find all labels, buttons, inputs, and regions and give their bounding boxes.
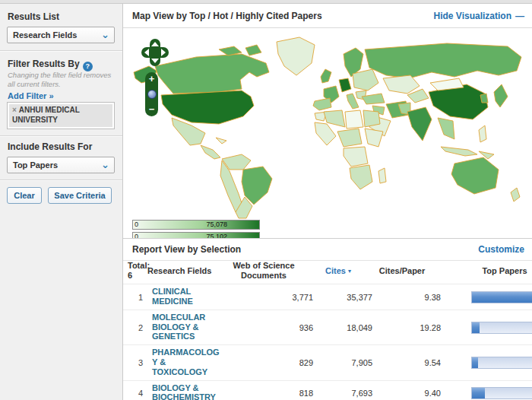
filter-tag[interactable]: ×ANHUI MEDICAL UNIVERSITY (9, 104, 112, 127)
zoom-out-button[interactable]: − (149, 105, 155, 114)
pan-down-icon[interactable] (151, 59, 159, 63)
save-criteria-button[interactable]: Save Criteria (48, 187, 112, 204)
top-papers-bar: 2 (471, 357, 532, 369)
region-canada[interactable] (155, 54, 269, 94)
include-results-label: Include Results For (8, 141, 92, 152)
total-count: Total: 6 (123, 261, 143, 281)
region-east-africa[interactable] (365, 129, 383, 147)
filter-tag-list: ×ANHUI MEDICAL UNIVERSITY (7, 102, 115, 129)
zoom-in-button[interactable]: + (149, 75, 155, 84)
row-top-papers-cell: 25 (441, 291, 532, 303)
row-cites-per-paper: 9.54 (372, 358, 441, 367)
remove-filter-icon[interactable]: × (12, 106, 17, 114)
include-results-dropdown[interactable]: Top Papers ⌄ (7, 157, 115, 173)
hide-visualization-link[interactable]: Hide Visualization— (434, 11, 524, 21)
row-field-cell: BIOLOGY & BIOCHEMISTRY (147, 383, 223, 400)
sidebar-divider (0, 135, 122, 137)
region-arctic-islands[interactable] (245, 45, 261, 56)
region-new-zealand[interactable] (511, 188, 520, 202)
results-list-dropdown[interactable]: Research Fields ⌄ (7, 27, 115, 43)
research-field-link[interactable]: CLINICAL MEDICINE (152, 287, 222, 306)
region-central-america[interactable] (201, 145, 220, 159)
table-row: 1 CLINICAL MEDICINE 3,771 35,377 9.38 25 (123, 284, 532, 310)
report-view-title: Report View by Selection (132, 244, 241, 255)
filter-note: Changing the filter field removes all cu… (8, 71, 116, 89)
row-top-papers-cell: 5 (441, 387, 532, 399)
world-map[interactable] (128, 33, 529, 220)
row-field-cell: MOLECULAR BIOLOGY & GENETICS (147, 313, 223, 342)
row-rank: 2 (123, 323, 147, 332)
map-pan-control[interactable] (141, 39, 169, 66)
region-indonesia[interactable] (441, 147, 477, 156)
map-view-header: Map View by Top / Hot / Highly Cited Pap… (123, 6, 532, 26)
region-australia[interactable] (451, 157, 499, 194)
row-wos-documents: 818 (223, 389, 313, 398)
research-field-link[interactable]: PHARMACOLOGY & TOXICOLOGY (152, 348, 222, 376)
row-rank: 1 (123, 293, 147, 302)
total-value: 6 (128, 271, 132, 280)
region-russia[interactable] (365, 43, 521, 78)
filters-sidebar: Results List Research Fields ⌄ Filter Re… (0, 0, 123, 400)
pan-right-icon[interactable] (161, 49, 166, 56)
row-rank: 3 (123, 358, 147, 367)
top-papers-bar-fill (472, 322, 480, 333)
top-papers-bar: 25 (471, 291, 532, 303)
region-greenland[interactable] (277, 37, 315, 75)
region-cuba[interactable] (216, 138, 226, 144)
globe-icon[interactable] (147, 90, 157, 99)
chevron-down-icon: ⌄ (101, 161, 114, 169)
top-papers-bar-fill (472, 357, 478, 368)
region-kazakhstan[interactable] (383, 75, 420, 94)
sidebar-divider (0, 179, 122, 181)
research-field-link[interactable]: MOLECULAR BIOLOGY & GENETICS (152, 313, 222, 341)
table-header-row: Total: 6 Research Fields Web of Science … (123, 259, 532, 284)
top-divider (0, 0, 532, 4)
column-research-fields: Research Fields (143, 266, 219, 275)
region-egypt[interactable] (363, 110, 380, 127)
include-results-value: Top Papers (8, 160, 101, 170)
column-cites-sort[interactable]: Cites ▾ (309, 266, 368, 275)
clear-button[interactable]: Clear (7, 187, 42, 204)
row-cites: 18,049 (313, 323, 372, 332)
region-nigeria-chad[interactable] (337, 129, 362, 147)
research-field-link[interactable]: BIOLOGY & BIOCHEMISTRY (152, 383, 222, 400)
pan-left-icon[interactable] (144, 49, 149, 56)
top-papers-bar-fill (472, 388, 485, 398)
region-south-africa[interactable] (350, 165, 372, 189)
pan-up-icon[interactable] (151, 42, 159, 46)
region-india[interactable] (407, 107, 432, 141)
region-uk[interactable] (321, 69, 331, 83)
region-korea[interactable] (480, 94, 488, 103)
row-cites-per-paper: 9.40 (372, 389, 441, 398)
add-filter-link[interactable]: Add Filter » (8, 91, 54, 100)
map-zoom-control[interactable]: + − (145, 72, 158, 116)
region-philippines[interactable] (479, 125, 486, 142)
row-wos-documents: 829 (223, 358, 313, 367)
column-top-papers: Top Papers (436, 266, 532, 275)
row-cites-per-paper: 19.28 (372, 323, 441, 332)
sidebar-divider (0, 50, 122, 52)
hide-visualization-label: Hide Visualization (434, 11, 511, 21)
row-cites: 7,905 (313, 358, 372, 367)
row-cites-per-paper: 9.38 (372, 293, 441, 302)
table-row: 4 BIOLOGY & BIOCHEMISTRY 818 7,693 9.40 … (123, 380, 532, 400)
region-libya[interactable] (345, 110, 363, 129)
row-field-cell: PHARMACOLOGY & TOXICOLOGY (147, 348, 223, 377)
filter-tag-label: ANHUI MEDICAL UNIVERSITY (12, 106, 80, 124)
top-papers-bar-fill (472, 292, 532, 303)
row-cites: 35,377 (313, 293, 372, 302)
map-legend-row-1: 0 75,078 (132, 220, 260, 230)
map-visualization-panel: + − 0 75,078 0 75,102 (123, 27, 532, 239)
top-papers-bar: 3 (471, 322, 532, 334)
region-japan[interactable] (494, 84, 508, 107)
region-spain[interactable] (313, 98, 331, 110)
table-body: 1 CLINICAL MEDICINE 3,771 35,377 9.38 25… (123, 284, 532, 400)
customize-link[interactable]: Customize (478, 244, 524, 255)
region-se-asia[interactable] (438, 118, 454, 139)
region-germany[interactable] (339, 78, 351, 92)
cites-label: Cites (325, 266, 346, 275)
region-west-africa[interactable] (315, 122, 336, 145)
region-congo[interactable] (344, 147, 368, 167)
region-madagascar[interactable] (378, 168, 386, 183)
main-content: Map View by Top / Hot / Highly Cited Pap… (123, 0, 532, 400)
